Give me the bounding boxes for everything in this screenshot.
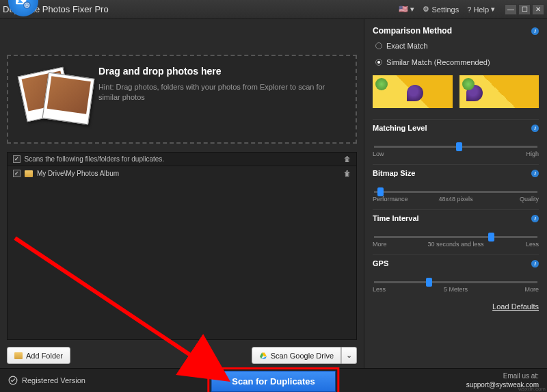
gps-title: GPSi [373,254,539,267]
chevron-down-icon: ⌄ [346,351,352,360]
bitmap-size-title: Bitmap Sizei [373,164,539,177]
select-all-checkbox[interactable]: ✓ [13,155,21,163]
close-button[interactable]: ✕ [532,4,544,15]
matching-level-slider[interactable] [374,146,537,148]
google-drive-icon [259,352,267,360]
title-bar: Duplicate Photos Fixer Pro 🇺🇸 ▾ ⚙Setting… [0,0,547,19]
help-link[interactable]: ? Help ▾ [467,5,495,14]
language-selector[interactable]: 🇺🇸 ▾ [399,5,414,14]
check-circle-icon [8,376,18,385]
scan-button-highlight: Scan for Duplicates [207,367,339,392]
registered-label: Registered Version [8,376,85,385]
time-interval-title: Time Intervali [373,209,539,222]
settings-link[interactable]: ⚙Settings [423,5,459,14]
folder-icon [14,352,23,359]
preview-image [373,75,453,108]
bitmap-size-slider[interactable] [374,191,537,193]
row-checkbox[interactable]: ✓ [13,170,21,177]
scan-drive-dropdown[interactable]: ⌄ [341,347,357,364]
info-icon[interactable]: i [531,27,539,35]
dropzone-hint: Hint: Drag photos, folders with your pho… [98,82,343,103]
scan-for-duplicates-button[interactable]: Scan for Duplicates [211,371,336,392]
dropzone[interactable]: Drag and drop photos here Hint: Drag pho… [7,55,357,144]
folder-path: My Drive\My Photos Album [37,170,119,177]
load-defaults-link[interactable]: Load Defaults [492,302,539,311]
scan-google-drive-button[interactable]: Scan Google Drive [252,347,341,364]
maximize-button[interactable]: ☐ [518,4,531,15]
watermark: wsxdn.com [518,386,546,392]
dropzone-heading: Drag and drop photos here [98,66,343,77]
preview-thumbnails [373,75,539,108]
info-icon[interactable]: i [531,125,539,132]
add-folder-button[interactable]: Add Folder [7,347,70,364]
gps-slider[interactable] [374,281,537,283]
info-icon[interactable]: i [531,215,539,222]
folder-list: ✓ My Drive\My Photos Album 🗑 [7,166,357,340]
clear-all-icon[interactable]: 🗑 [344,155,351,163]
exact-match-radio[interactable]: Exact Match [375,42,539,50]
preview-image [459,75,539,108]
folder-icon [25,170,33,177]
time-interval-slider[interactable] [374,236,537,238]
dropzone-illustration [21,66,88,127]
info-icon[interactable]: i [531,170,539,177]
similar-match-radio[interactable]: Similar Match (Recommended) [375,58,539,66]
minimize-button[interactable]: — [505,4,517,15]
comparison-panel: Comparison Methodi Exact Match Similar M… [364,19,547,368]
remove-row-icon[interactable]: 🗑 [344,170,351,177]
list-item[interactable]: ✓ My Drive\My Photos Album 🗑 [8,166,356,181]
matching-level-title: Matching Leveli [373,119,539,132]
info-icon[interactable]: i [531,260,539,267]
folder-list-header: ✓ Scans the following files/folders for … [7,152,357,166]
status-bar: Registered Version Scan for Duplicates E… [0,368,547,392]
comparison-method-title: Comparison Methodi [373,26,539,36]
gear-icon: ⚙ [423,5,429,14]
